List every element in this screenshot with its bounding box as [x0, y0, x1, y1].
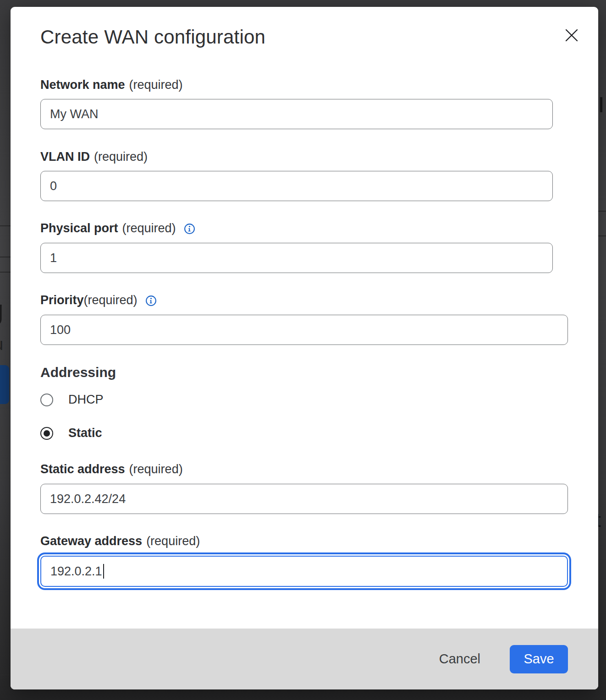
radio-selected-icon — [40, 427, 53, 440]
gateway-address-input[interactable]: 192.0.2.1 — [40, 556, 568, 587]
label-text: Priority — [40, 293, 84, 307]
create-wan-configuration-dialog: Create WAN configuration Network name (r… — [11, 7, 598, 689]
static-address-label: Static address (required) — [40, 462, 183, 476]
close-icon — [565, 28, 578, 42]
backdrop-divider — [0, 674, 11, 675]
backdrop-text-fragment: u — [0, 335, 11, 354]
gateway-address-value: 192.0.2.1 — [50, 564, 102, 579]
required-hint: (required) — [84, 293, 138, 307]
label-text: Gateway address — [40, 534, 142, 548]
required-hint: (required) — [129, 462, 183, 476]
backdrop-text-fragment — [600, 97, 602, 112]
required-hint: (required) — [146, 534, 200, 548]
backdrop-divider — [597, 211, 606, 212]
save-button[interactable]: Save — [510, 645, 568, 673]
required-hint: (required) — [122, 221, 176, 235]
close-button[interactable] — [562, 25, 582, 45]
addressing-heading: Addressing — [40, 365, 116, 380]
dialog-title: Create WAN configuration — [40, 26, 265, 48]
gateway-address-label: Gateway address (required) — [40, 534, 200, 548]
vlan-id-input[interactable] — [40, 171, 553, 201]
label-text: Physical port — [40, 221, 118, 235]
required-hint: (required) — [129, 78, 183, 92]
radio-option-dhcp[interactable]: DHCP — [40, 393, 104, 407]
info-icon[interactable] — [145, 295, 157, 306]
info-icon[interactable] — [184, 223, 195, 235]
vlan-id-label: VLAN ID (required) — [40, 150, 148, 164]
required-hint: (required) — [94, 150, 148, 164]
radio-label: Static — [68, 426, 102, 440]
backdrop-divider — [0, 257, 11, 257]
backdrop-text-fragment: g — [0, 293, 11, 325]
cancel-button[interactable]: Cancel — [433, 647, 487, 671]
radio-unselected-icon — [40, 394, 53, 406]
label-text: Network name — [40, 78, 125, 92]
text-cursor — [103, 564, 105, 579]
backdrop-button-fragment — [0, 365, 9, 404]
label-text: Static address — [40, 462, 125, 476]
radio-label: DHCP — [68, 393, 104, 407]
label-text: VLAN ID — [40, 150, 90, 164]
backdrop-divider — [0, 272, 11, 273]
network-name-label: Network name (required) — [40, 78, 183, 92]
priority-input[interactable] — [40, 315, 568, 345]
priority-label: Priority (required) — [40, 293, 157, 307]
static-address-input[interactable] — [40, 484, 568, 514]
physical-port-input[interactable] — [40, 243, 553, 273]
backdrop-divider — [0, 225, 11, 226]
dialog-footer: Cancel Save — [11, 629, 598, 689]
network-name-input[interactable] — [40, 99, 553, 129]
physical-port-label: Physical port (required) — [40, 221, 195, 235]
radio-option-static[interactable]: Static — [40, 426, 102, 440]
backdrop-divider — [597, 235, 606, 236]
